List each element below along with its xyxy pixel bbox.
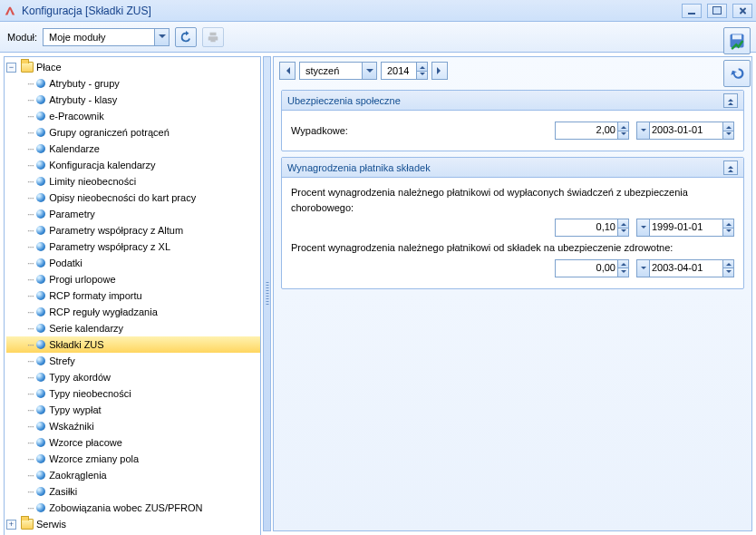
tree-connector: ···· — [27, 373, 34, 383]
node-icon — [36, 209, 45, 219]
tree-connector: ···· — [27, 209, 34, 219]
node-icon — [36, 340, 45, 349]
tree-item-label: Opisy nieobecności do kart pracy — [49, 192, 196, 203]
tree[interactable]: −Płace····Atrybuty - grupy····Atrybuty -… — [5, 57, 260, 535]
wypadkowe-date-field[interactable]: 2003-01-01 — [636, 122, 734, 140]
tree-folder[interactable]: +Serwis — [6, 516, 260, 532]
node-icon — [36, 471, 45, 480]
tree-item[interactable]: ····Parametry współpracy z XL — [6, 238, 260, 255]
folder-icon — [21, 62, 34, 73]
save-button[interactable] — [723, 27, 751, 54]
node-icon — [36, 242, 45, 251]
node-icon — [36, 291, 45, 300]
tree-item-label: Atrybuty - grupy — [49, 78, 120, 89]
node-icon — [36, 356, 45, 365]
wypadkowe-label: Wypadkowe: — [291, 123, 348, 139]
tree-item-label: Parametry współpracy z Altum — [49, 225, 183, 236]
window-close-button[interactable] — [732, 4, 752, 18]
tree-item[interactable]: ····Serie kalendarzy — [6, 320, 260, 336]
node-icon — [36, 79, 45, 88]
year-value: 2014 — [387, 65, 409, 76]
wynag-val2-field[interactable]: 0,00 — [555, 259, 629, 277]
window-maximize-button[interactable] — [707, 4, 727, 18]
next-month-button[interactable] — [431, 62, 448, 80]
tree-item-label: Typy wypłat — [49, 404, 101, 415]
wynag-val1-field[interactable]: 0,10 — [555, 219, 629, 237]
tree-item[interactable]: ····Zobowiązania wobec ZUS/PFRON — [6, 500, 260, 516]
module-combo[interactable]: Moje moduły — [43, 28, 170, 46]
wypadkowe-value-field[interactable]: 2,00 — [555, 122, 629, 140]
window-minimize-button[interactable] — [682, 4, 702, 18]
tree-item-label: Wzorce płacowe — [49, 437, 122, 448]
tree-item[interactable]: ····RCP formaty importu — [6, 287, 260, 304]
tree-connector: ···· — [27, 356, 34, 366]
node-icon — [36, 422, 45, 431]
tree-item[interactable]: ····Wskaźniki — [6, 418, 260, 434]
tree-connector: ···· — [27, 291, 34, 301]
tree-item[interactable]: ····Typy akordów — [6, 369, 260, 385]
tree-connector: ···· — [27, 275, 34, 285]
tree-item[interactable]: ····Limity nieobecności — [6, 173, 260, 190]
tree-connector: ···· — [27, 144, 34, 154]
wynag-date2-field[interactable]: 2003-04-01 — [636, 259, 734, 277]
refresh-button[interactable] — [175, 27, 197, 47]
expand-icon[interactable]: + — [6, 520, 16, 530]
tree-item[interactable]: ····Grupy ograniczeń potrąceń — [6, 124, 260, 141]
tree-item[interactable]: ····Parametry — [6, 206, 260, 222]
tree-item[interactable]: ····Atrybuty - grupy — [6, 75, 260, 92]
tree-item-label: Atrybuty - klasy — [49, 94, 117, 105]
tree-item[interactable]: ····Strefy — [6, 353, 260, 369]
tree-item[interactable]: ····e-Pracownik — [6, 108, 260, 124]
tree-item[interactable]: ····Atrybuty - klasy — [6, 92, 260, 108]
tree-item[interactable]: ····Typy nieobecności — [6, 385, 260, 402]
tree-item[interactable]: ····Wzorce zmiany pola — [6, 451, 260, 467]
tree-item[interactable]: ····Zaokrąglenia — [6, 467, 260, 483]
node-icon — [36, 95, 45, 104]
node-icon — [36, 454, 45, 463]
tree-item[interactable]: ····Podatki — [6, 255, 260, 271]
section-wynagrodzenia-header[interactable]: Wynagrodzenia płatnika składek — [282, 158, 743, 178]
section-ubezpieczenia-header[interactable]: Ubezpieczenia społeczne — [282, 91, 743, 111]
tree-item[interactable]: ····Opisy nieobecności do kart pracy — [6, 190, 260, 206]
tree-item-label: Typy nieobecności — [49, 388, 131, 399]
datebar: styczeń 2014 — [274, 57, 751, 84]
expand-icon[interactable]: − — [6, 63, 16, 73]
tree-item[interactable]: ····Parametry współpracy z Altum — [6, 222, 260, 238]
wynag-text2: Procent wynagrodzenia należnego płatniko… — [291, 240, 734, 256]
undo-button[interactable] — [723, 60, 751, 87]
svg-rect-1 — [732, 34, 741, 39]
right-panel: styczeń 2014 Ubezpieczenia społeczne Wyp… — [273, 56, 752, 531]
splitter[interactable] — [263, 56, 271, 531]
section-title: Ubezpieczenia społeczne — [287, 95, 723, 106]
tree-item[interactable]: ····Kalendarze — [6, 141, 260, 157]
tree-item[interactable]: ····Zasiłki — [6, 483, 260, 500]
tree-connector: ···· — [27, 258, 34, 268]
tree-item-label: Parametry — [49, 209, 95, 219]
tree-item[interactable]: ····Konfiguracja kalendarzy — [6, 157, 260, 173]
tree-item[interactable]: ····RCP reguły wygładzania — [6, 304, 260, 320]
node-icon — [36, 405, 45, 414]
tree-item-label: Wskaźniki — [49, 421, 94, 432]
collapse-icon[interactable] — [723, 160, 738, 175]
month-combo[interactable]: styczeń — [299, 62, 377, 80]
tree-item[interactable]: ····Wzorce płacowe — [6, 434, 260, 451]
prev-month-button[interactable] — [279, 62, 296, 80]
wypadkowe-value: 2,00 — [596, 124, 615, 135]
tree-item-label: RCP formaty importu — [49, 290, 142, 301]
year-spinner[interactable]: 2014 — [381, 62, 428, 80]
node-icon — [36, 373, 45, 382]
tree-folder[interactable]: −Płace — [6, 59, 260, 75]
wynag-date1-field[interactable]: 1999-01-01 — [636, 219, 734, 237]
tree-item-label: Limity nieobecności — [49, 176, 136, 187]
node-icon — [36, 307, 45, 316]
tree-item[interactable]: ····Składki ZUS — [6, 336, 260, 353]
tree-connector: ···· — [27, 438, 34, 448]
tree-connector: ···· — [27, 242, 34, 252]
tree-connector: ···· — [27, 324, 34, 334]
tree-item[interactable]: ····Progi urlopowe — [6, 271, 260, 287]
node-icon — [36, 258, 45, 268]
tree-item[interactable]: ····Typy wypłat — [6, 402, 260, 418]
collapse-icon[interactable] — [723, 93, 738, 108]
node-icon — [36, 160, 45, 170]
tree-connector: ···· — [27, 95, 34, 105]
